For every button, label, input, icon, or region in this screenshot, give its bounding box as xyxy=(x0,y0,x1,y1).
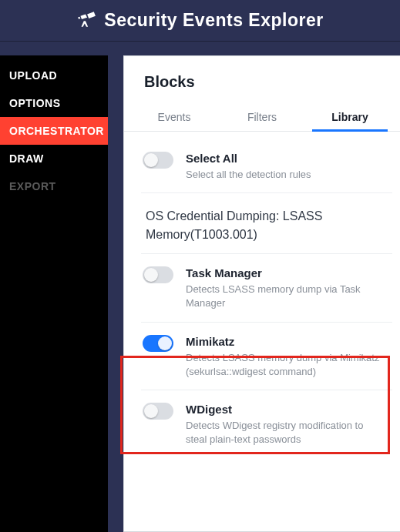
header-subbar xyxy=(0,42,400,55)
panel-header: Blocks xyxy=(124,56,400,102)
rule-row-mimikatz: Mimikatz Detects LSASS memory dump via M… xyxy=(141,323,392,390)
app-title: Security Events Explorer xyxy=(104,10,323,31)
blocks-panel: Blocks Events Filters Library Select All… xyxy=(123,55,400,532)
rule-title: Mimikatz xyxy=(186,335,383,348)
select-all-title: Select All xyxy=(186,152,383,165)
rule-title: WDigest xyxy=(186,403,383,416)
rule-title: Task Manager xyxy=(186,266,383,279)
rule-desc: Detects LSASS memory dump via Mimikatz (… xyxy=(186,351,383,379)
tab-library[interactable]: Library xyxy=(306,102,394,131)
rule-toggle-task-manager[interactable] xyxy=(143,266,173,283)
sidebar-item-draw[interactable]: DRAW xyxy=(0,145,108,172)
layout-gap xyxy=(108,55,123,532)
rule-toggle-wdigest[interactable] xyxy=(143,403,173,420)
panel-tabs: Events Filters Library xyxy=(124,102,400,132)
select-all-toggle[interactable] xyxy=(143,152,173,169)
rule-list: Select All Select all the detection rule… xyxy=(124,132,400,465)
sidebar-item-orchestrator[interactable]: ORCHESTRATOR xyxy=(0,117,108,145)
rules-scroll[interactable]: Select All Select all the detection rule… xyxy=(124,132,400,531)
sidebar-item-upload[interactable]: UPLOAD xyxy=(0,62,108,89)
rule-group-heading: OS Credential Dumping: LSASS Memory(T100… xyxy=(141,193,392,254)
tab-events[interactable]: Events xyxy=(130,102,218,131)
sidebar-item-options[interactable]: OPTIONS xyxy=(0,89,108,117)
rule-toggle-mimikatz[interactable] xyxy=(143,335,173,352)
select-all-row: Select All Select all the detection rule… xyxy=(141,139,392,193)
rule-desc: Detects LSASS memory dump via Task Manag… xyxy=(186,283,383,310)
sidebar-item-export: EXPORT xyxy=(0,172,108,200)
select-all-desc: Select all the detection rules xyxy=(186,168,383,182)
tab-filters[interactable]: Filters xyxy=(218,102,306,131)
sidebar: UPLOAD OPTIONS ORCHESTRATOR DRAW EXPORT xyxy=(0,55,108,532)
telescope-icon xyxy=(76,9,96,32)
rule-row-wdigest: WDigest Detects WDigest registry modific… xyxy=(141,390,392,457)
app-header: Security Events Explorer xyxy=(0,0,400,42)
rule-row-task-manager: Task Manager Detects LSASS memory dump v… xyxy=(141,254,392,322)
panel-title: Blocks xyxy=(144,73,380,91)
rule-desc: Detects WDigest registry modification to… xyxy=(186,419,383,447)
